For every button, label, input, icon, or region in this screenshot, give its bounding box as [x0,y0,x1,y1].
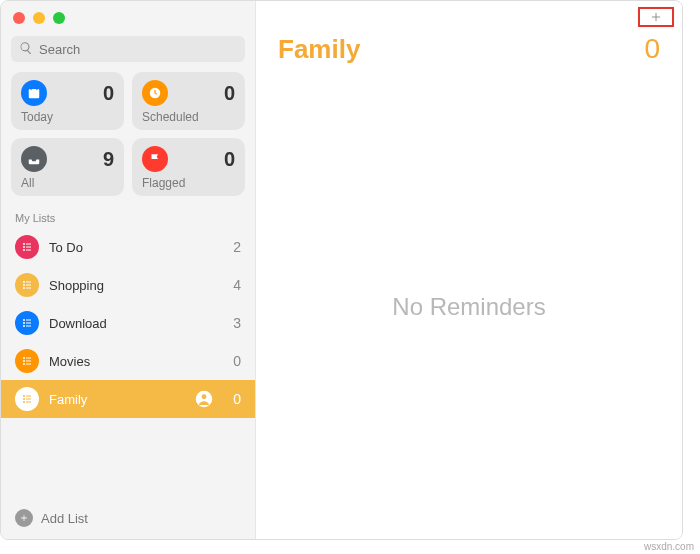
svg-point-26 [23,363,25,365]
watermark: wsxdn.com [644,541,694,552]
main-header: Family 0 [256,27,682,75]
list-name: To Do [49,240,83,255]
svg-rect-33 [26,402,31,403]
smart-card-scheduled[interactable]: 0 Scheduled [132,72,245,130]
svg-point-24 [23,360,25,362]
svg-point-28 [23,395,25,397]
svg-rect-27 [26,364,31,365]
list-count: 0 [233,391,241,407]
svg-rect-1 [31,87,32,90]
svg-rect-23 [26,358,31,359]
flag-icon [142,146,168,172]
list-count: 3 [233,315,241,331]
svg-point-10 [23,281,25,283]
svg-rect-9 [26,250,31,251]
main-toolbar [256,1,682,27]
svg-point-20 [23,325,25,327]
svg-point-32 [23,401,25,403]
smart-card-today-count: 0 [103,82,114,105]
svg-rect-15 [26,288,31,289]
zoom-window-button[interactable] [53,12,65,24]
list-count: 2 [233,239,241,255]
search-icon [19,41,33,58]
shared-person-icon [195,390,213,408]
list-bullet-icon [15,273,39,297]
list-count: 0 [233,353,241,369]
list-row-download[interactable]: Download 3 [1,304,255,342]
sidebar: 0 Today 0 Scheduled 9 [1,1,256,539]
tray-icon [21,146,47,172]
svg-point-14 [23,287,25,289]
my-lists-header: My Lists [1,204,255,228]
reminders-window: 0 Today 0 Scheduled 9 [0,0,683,540]
svg-rect-25 [26,361,31,362]
add-list-label: Add List [41,511,88,526]
svg-rect-2 [36,87,37,90]
svg-point-16 [23,319,25,321]
add-list-button[interactable]: Add List [1,497,255,539]
list-row-movies[interactable]: Movies 0 [1,342,255,380]
search-input[interactable] [39,42,237,57]
smart-card-all[interactable]: 9 All [11,138,124,196]
list-name: Movies [49,354,90,369]
clock-icon [142,80,168,106]
list-bullet-icon [15,311,39,335]
smart-card-today-label: Today [21,110,114,124]
list-name: Download [49,316,107,331]
calendar-day-icon [21,80,47,106]
svg-point-30 [23,398,25,400]
list-name: Shopping [49,278,104,293]
list-row-family[interactable]: Family 0 [1,380,255,418]
svg-rect-0 [29,89,40,98]
smart-card-flagged[interactable]: 0 Flagged [132,138,245,196]
main-panel: Family 0 No Reminders [256,1,682,539]
smart-card-today[interactable]: 0 Today [11,72,124,130]
svg-rect-29 [26,396,31,397]
list-bullet-icon [15,387,39,411]
svg-point-12 [23,284,25,286]
minimize-window-button[interactable] [33,12,45,24]
svg-point-8 [23,249,25,251]
svg-point-18 [23,322,25,324]
smart-card-scheduled-count: 0 [224,82,235,105]
close-window-button[interactable] [13,12,25,24]
svg-point-35 [202,394,207,399]
list-bullet-icon [15,349,39,373]
list-name: Family [49,392,87,407]
svg-rect-19 [26,323,31,324]
smart-card-scheduled-label: Scheduled [142,110,235,124]
smart-card-flagged-label: Flagged [142,176,235,190]
plus-circle-icon [15,509,33,527]
add-reminder-button[interactable] [638,7,674,27]
search-field[interactable] [11,36,245,62]
my-lists: To Do 2 Shopping 4 Download 3 [1,228,255,497]
svg-rect-5 [26,244,31,245]
list-total-count: 0 [644,33,660,65]
list-row-todo[interactable]: To Do 2 [1,228,255,266]
smart-list-cards: 0 Today 0 Scheduled 9 [1,72,255,204]
empty-state-text: No Reminders [392,293,545,321]
svg-rect-7 [26,247,31,248]
svg-rect-17 [26,320,31,321]
svg-rect-31 [26,399,31,400]
svg-point-6 [23,246,25,248]
main-body: No Reminders [256,75,682,539]
smart-card-all-label: All [21,176,114,190]
svg-point-22 [23,357,25,359]
search-wrap [1,32,255,72]
svg-rect-11 [26,282,31,283]
window-controls [1,1,255,32]
svg-rect-13 [26,285,31,286]
list-count: 4 [233,277,241,293]
svg-point-4 [23,243,25,245]
svg-rect-21 [26,326,31,327]
list-bullet-icon [15,235,39,259]
smart-card-flagged-count: 0 [224,148,235,171]
list-title: Family [278,34,360,65]
smart-card-all-count: 9 [103,148,114,171]
list-row-shopping[interactable]: Shopping 4 [1,266,255,304]
